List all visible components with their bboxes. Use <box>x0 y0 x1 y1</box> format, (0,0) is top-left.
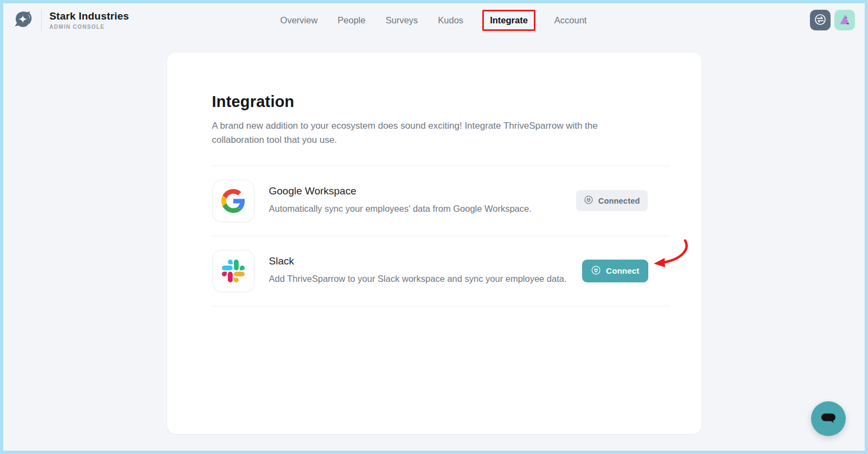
nav-tab-integrate[interactable]: Integrate <box>482 10 535 31</box>
integration-name: Slack <box>269 255 583 267</box>
nav-tab-account[interactable]: Account <box>553 13 588 28</box>
annotation-arrow-icon <box>649 238 691 274</box>
plug-circle-icon <box>591 265 601 277</box>
integration-description: Automatically sync your employees' data … <box>269 202 576 216</box>
integration-text-slack: Slack Add ThriveSparrow to your Slack wo… <box>269 255 583 286</box>
integration-row-slack: Slack Add ThriveSparrow to your Slack wo… <box>212 236 671 306</box>
connected-status-badge: Connected <box>576 190 648 211</box>
switch-workspace-button[interactable] <box>810 10 831 30</box>
integration-text-google: Google Workspace Automatically sync your… <box>269 185 576 216</box>
brand-text: Stark Industries ADMIN CONSOLE <box>49 10 129 30</box>
integration-row-google: Google Workspace Automatically sync your… <box>212 166 671 236</box>
company-subtitle: ADMIN CONSOLE <box>49 24 129 30</box>
user-avatar-icon <box>837 11 853 29</box>
nav-tab-people[interactable]: People <box>336 13 366 28</box>
page: { "header": { "company": { "name": "Star… <box>0 0 868 454</box>
nav-tab-surveys[interactable]: Surveys <box>385 13 419 28</box>
swap-arrows-icon <box>814 13 827 28</box>
integration-description: Add ThriveSparrow to your Slack workspac… <box>269 272 576 286</box>
integration-name: Google Workspace <box>269 185 576 197</box>
app-header: Stark Industries ADMIN CONSOLE OverviewP… <box>3 3 865 37</box>
integration-card: Integration A brand new addition to your… <box>167 53 701 434</box>
thrivesparrow-logo-icon[interactable] <box>12 9 35 31</box>
chat-bubble-icon <box>819 409 838 429</box>
page-description: A brand new addition to your ecosystem d… <box>212 119 643 148</box>
header-actions <box>692 10 855 30</box>
connect-slack-button[interactable]: Connect <box>582 260 648 282</box>
status-label: Connected <box>598 197 640 205</box>
brand-divider <box>41 9 42 31</box>
connect-label: Connect <box>606 266 639 275</box>
user-avatar-button[interactable] <box>834 10 855 30</box>
company-name: Stark Industries <box>49 10 129 22</box>
plug-circle-icon <box>584 195 593 206</box>
slack-logo-icon <box>212 250 254 292</box>
page-title: Integration <box>212 93 671 111</box>
nav-tab-kudos[interactable]: Kudos <box>437 13 464 28</box>
nav-tab-overview[interactable]: Overview <box>279 13 319 28</box>
brand-block: Stark Industries ADMIN CONSOLE <box>12 9 175 31</box>
divider <box>212 306 671 306</box>
chat-launcher-button[interactable] <box>811 401 846 436</box>
main-nav: OverviewPeopleSurveysKudosIntegrateAccou… <box>175 10 692 31</box>
google-logo-icon <box>212 180 254 222</box>
